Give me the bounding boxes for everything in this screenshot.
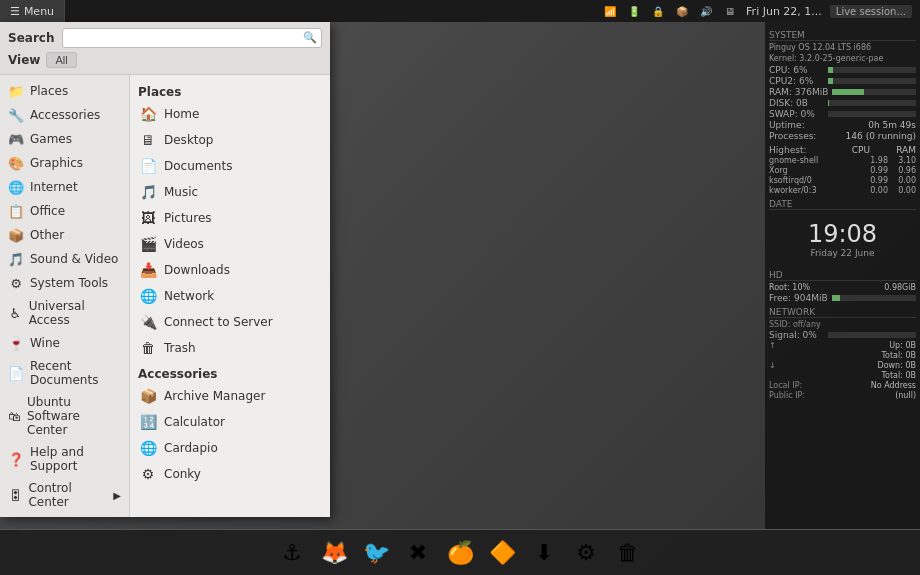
view-all-button[interactable]: All: [46, 52, 76, 68]
net-ssid-label: SSID: off/any: [769, 320, 821, 329]
sidebar-item-label: Games: [30, 132, 72, 146]
net-public-val: (null): [895, 391, 916, 400]
battery-icon: 🔋: [626, 3, 642, 19]
proc-label: Processes:: [769, 131, 824, 141]
display-icon: 🖥: [722, 3, 738, 19]
net-signal-bar: [828, 332, 916, 338]
menu-item-label: Desktop: [164, 133, 214, 147]
sidebar-item-icon: ❓: [8, 451, 24, 467]
uptime-value: 0h 5m 49s: [868, 120, 916, 130]
menu-item-home[interactable]: 🏠Home: [130, 101, 330, 127]
dock-item-juice[interactable]: 🍊: [441, 534, 479, 572]
sidebar-item-office[interactable]: 📋Office: [0, 199, 129, 223]
menu-item-icon: 📦: [138, 386, 158, 406]
menu-item-downloads[interactable]: 📥Downloads: [130, 257, 330, 283]
disk-row: DISK: 0B: [769, 98, 916, 108]
dock-item-error/remove[interactable]: ✖: [399, 534, 437, 572]
dock-item-anchor[interactable]: ⚓: [273, 534, 311, 572]
menu-item-icon: 🖥: [138, 130, 158, 150]
dock-item-vlc[interactable]: 🔶: [483, 534, 521, 572]
menu-item-icon: 🖼: [138, 208, 158, 228]
search-input[interactable]: [67, 32, 303, 44]
network-section-title: NETWORK: [769, 307, 916, 318]
menu-item-trash[interactable]: 🗑Trash: [130, 335, 330, 361]
menu-label: Menu: [24, 5, 54, 18]
sidebar-item-ubuntu-software-center[interactable]: 🛍Ubuntu Software Center: [0, 391, 129, 441]
menu-item-label: Calculator: [164, 415, 225, 429]
cpu2-bar-fill: [828, 78, 833, 84]
accessories-section-header: Accessories: [130, 363, 330, 383]
sidebar-item-other[interactable]: 📦Other: [0, 223, 129, 247]
process-row: kworker/0:30.000.00: [769, 186, 916, 195]
menu-item-calculator[interactable]: 🔢Calculator: [130, 409, 330, 435]
net-up-icon: ↑: [769, 341, 819, 350]
menu-item-network[interactable]: 🌐Network: [130, 283, 330, 309]
places-section-header: Places: [130, 81, 330, 101]
dock-item-trash[interactable]: 🗑: [609, 534, 647, 572]
menu-item-connect-to-server[interactable]: 🔌Connect to Server: [130, 309, 330, 335]
sidebar-item-wine[interactable]: 🍷Wine: [0, 331, 129, 355]
sidebar-item-recent-documents[interactable]: 📄Recent Documents: [0, 355, 129, 391]
proc-value: 146 (0 running): [846, 131, 916, 141]
swap-row: SWAP: 0%: [769, 109, 916, 119]
sidebar-item-help-and-support[interactable]: ❓Help and Support: [0, 441, 129, 477]
dock-item-download[interactable]: ⬇: [525, 534, 563, 572]
menu-item-desktop[interactable]: 🖥Desktop: [130, 127, 330, 153]
dock-item-firefox[interactable]: 🦊: [315, 534, 353, 572]
taskbar-right-area: 📶 🔋 🔒 📦 🔊 🖥 Fri Jun 22, 1... Live sessio…: [602, 0, 920, 22]
ram-bar: [832, 89, 916, 95]
search-label: Search: [8, 31, 54, 45]
disk-bar: [828, 100, 916, 106]
sidebar-item-icon: 📦: [8, 227, 24, 243]
dock-item-thunderbird[interactable]: 🐦: [357, 534, 395, 572]
clock-section: 19:08 Friday 22 June: [769, 212, 916, 266]
session-indicator[interactable]: Live session...: [830, 5, 912, 18]
menu-button[interactable]: ☰ Menu: [0, 0, 65, 22]
sidebar-item-sound-&-video[interactable]: 🎵Sound & Video: [0, 247, 129, 271]
cpu-label: CPU: 6%: [769, 65, 824, 75]
clock-date: Friday 22 June: [769, 248, 916, 258]
menu-item-pictures[interactable]: 🖼Pictures: [130, 205, 330, 231]
process-row: Xorg0.990.96: [769, 166, 916, 175]
sidebar-item-internet[interactable]: 🌐Internet: [0, 175, 129, 199]
search-input-wrap[interactable]: 🔍: [62, 28, 322, 48]
cpu2-bar: [828, 78, 916, 84]
sidebar-item-accessories[interactable]: 🔧Accessories: [0, 103, 129, 127]
sidebar-item-control-center[interactable]: 🎛Control Center▶: [0, 477, 129, 513]
menu-item-videos[interactable]: 🎬Videos: [130, 231, 330, 257]
sidebar-item-label: Wine: [30, 336, 60, 350]
net-down-total-spacer: [769, 371, 819, 380]
system-section-title: SYSTEM: [769, 30, 916, 41]
sidebar-item-icon: 🎮: [8, 131, 24, 147]
sidebar-item-label: Internet: [30, 180, 78, 194]
menu-item-icon: 🏠: [138, 104, 158, 124]
menu-item-documents[interactable]: 📄Documents: [130, 153, 330, 179]
disk-bar-fill: [828, 100, 829, 106]
menu-item-cardapio[interactable]: 🌐Cardapio: [130, 435, 330, 461]
net-ssid-row: SSID: off/any: [769, 320, 916, 329]
menu-item-label: Trash: [164, 341, 196, 355]
hd-root-bar-row: Free: 904MiB: [769, 293, 916, 303]
sidebar-item-label: Control Center: [28, 481, 107, 509]
sidebar-item-icon: 🛍: [8, 408, 21, 424]
menu-header: Search 🔍 View All: [0, 22, 330, 75]
hd-free-label: Free: 904MiB: [769, 293, 828, 303]
menu-item-icon: 📥: [138, 260, 158, 280]
sidebar-item-places[interactable]: 📁Places: [0, 79, 129, 103]
menu-item-conky[interactable]: ⚙Conky: [130, 461, 330, 487]
menu-item-archive-manager[interactable]: 📦Archive Manager: [130, 383, 330, 409]
hd-bar-fill: [832, 295, 840, 301]
sidebar-item-universal-access[interactable]: ♿Universal Access: [0, 295, 129, 331]
net-local-val: No Address: [871, 381, 916, 390]
menu-item-label: Archive Manager: [164, 389, 265, 403]
dock-item-settings[interactable]: ⚙: [567, 534, 605, 572]
sidebar-item-games[interactable]: 🎮Games: [0, 127, 129, 151]
search-icon[interactable]: 🔍: [303, 31, 317, 45]
sidebar-item-graphics[interactable]: 🎨Graphics: [0, 151, 129, 175]
application-menu: Search 🔍 View All 📁Places🔧Accessories🎮Ga…: [0, 22, 330, 517]
net-local-label: Local IP:: [769, 381, 819, 390]
volume-icon: 🔊: [698, 3, 714, 19]
menu-item-music[interactable]: 🎵Music: [130, 179, 330, 205]
sidebar-item-icon: ♿: [8, 305, 23, 321]
sidebar-item-system-tools[interactable]: ⚙System Tools: [0, 271, 129, 295]
